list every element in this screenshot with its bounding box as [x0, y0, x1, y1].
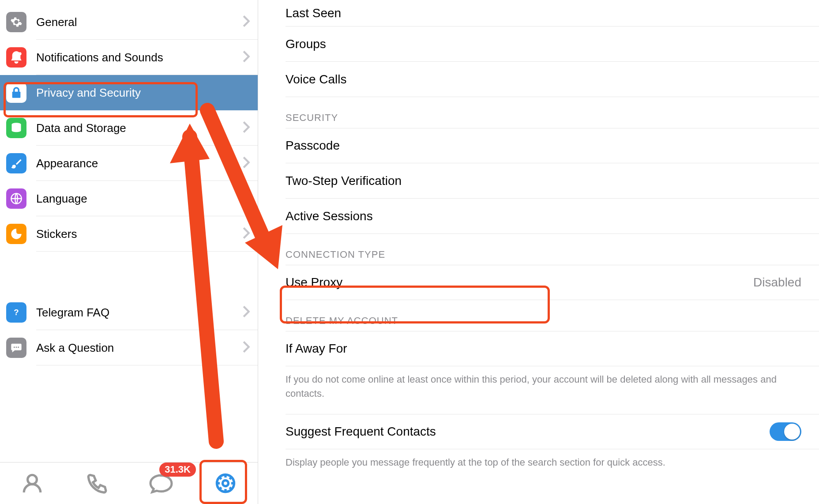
chevron-right-icon — [243, 306, 250, 319]
chevron-right-icon — [243, 121, 250, 135]
svg-point-6 — [15, 346, 17, 348]
section-header-connection: Connection Type — [258, 234, 819, 265]
settings-detail-pane: Last Seen Groups Voice Calls Security Pa… — [258, 0, 819, 504]
chevron-right-icon — [243, 15, 250, 29]
settings-list: General Notifications and Sounds Privacy… — [0, 0, 258, 462]
sidebar-item-appearance[interactable]: Appearance — [0, 146, 258, 181]
svg-point-8 — [28, 475, 37, 484]
chevron-right-icon — [243, 157, 250, 170]
svg-text:?: ? — [14, 308, 19, 317]
svg-point-5 — [14, 346, 15, 348]
chevron-right-icon — [243, 192, 250, 205]
sidebar-item-label: General — [36, 15, 77, 29]
sidebar-item-notifications[interactable]: Notifications and Sounds — [0, 40, 258, 75]
svg-point-0 — [19, 52, 22, 55]
suggest-toggle[interactable] — [770, 422, 801, 441]
sidebar-item-label: Ask a Question — [36, 341, 114, 355]
database-icon — [6, 118, 26, 138]
sidebar-item-label: Stickers — [36, 227, 77, 241]
settings-divider-gap — [0, 252, 258, 295]
brush-icon — [6, 153, 26, 173]
row-voice-calls[interactable]: Voice Calls — [258, 62, 819, 97]
app-root: General Notifications and Sounds Privacy… — [0, 0, 819, 504]
row-two-step[interactable]: Two-Step Verification — [258, 163, 819, 199]
sidebar-item-general[interactable]: General — [0, 4, 258, 40]
section-header-delete: Delete My Account — [258, 300, 819, 331]
sidebar-item-label: Appearance — [36, 157, 98, 170]
sidebar-item-language[interactable]: Language — [0, 181, 258, 216]
sidebar-item-label: Telegram FAQ — [36, 306, 109, 320]
lock-icon — [6, 83, 26, 103]
footnote-suggest: Display people you message frequently at… — [258, 449, 819, 474]
row-passcode[interactable]: Passcode — [258, 128, 819, 163]
bell-icon — [6, 47, 26, 68]
tab-contacts[interactable] — [17, 468, 48, 499]
chevron-right-icon — [243, 341, 250, 354]
row-if-away-for[interactable]: If Away For — [258, 331, 819, 366]
globe-icon — [6, 188, 26, 209]
unread-badge: 31.3K — [159, 463, 196, 477]
section-header-security: Security — [258, 97, 819, 128]
sidebar-item-privacy[interactable]: Privacy and Security — [0, 75, 258, 110]
sidebar-item-faq[interactable]: ? Telegram FAQ — [0, 295, 258, 330]
chevron-right-icon — [243, 227, 250, 241]
chevron-right-icon — [243, 86, 250, 99]
help-icon: ? — [6, 302, 26, 323]
tab-chats[interactable]: 31.3K — [146, 468, 177, 499]
svg-point-7 — [18, 346, 19, 348]
sidebar-item-label: Data and Storage — [36, 121, 126, 135]
sticker-icon — [6, 224, 26, 244]
gear-icon — [6, 12, 26, 32]
sidebar-item-data[interactable]: Data and Storage — [0, 110, 258, 146]
sidebar-item-label: Privacy and Security — [36, 86, 141, 100]
tab-settings[interactable] — [210, 468, 241, 499]
sidebar-item-stickers[interactable]: Stickers — [0, 216, 258, 252]
speech-icon — [6, 338, 26, 358]
row-use-proxy[interactable]: Use Proxy Disabled — [258, 265, 819, 300]
bottom-tabbar: 31.3K — [0, 462, 258, 504]
chevron-right-icon — [243, 51, 250, 64]
row-active-sessions[interactable]: Active Sessions — [258, 199, 819, 234]
svg-point-10 — [223, 481, 229, 486]
sidebar-item-ask[interactable]: Ask a Question — [0, 330, 258, 365]
sidebar-item-label: Notifications and Sounds — [36, 51, 163, 64]
row-last-seen[interactable]: Last Seen — [258, 0, 819, 26]
settings-sidebar: General Notifications and Sounds Privacy… — [0, 0, 258, 504]
footnote-delete: If you do not come online at least once … — [258, 366, 819, 405]
sidebar-item-label: Language — [36, 192, 87, 206]
tab-calls[interactable] — [81, 468, 112, 499]
row-suggest-contacts[interactable]: Suggest Frequent Contacts — [258, 414, 819, 449]
row-groups[interactable]: Groups — [258, 26, 819, 62]
